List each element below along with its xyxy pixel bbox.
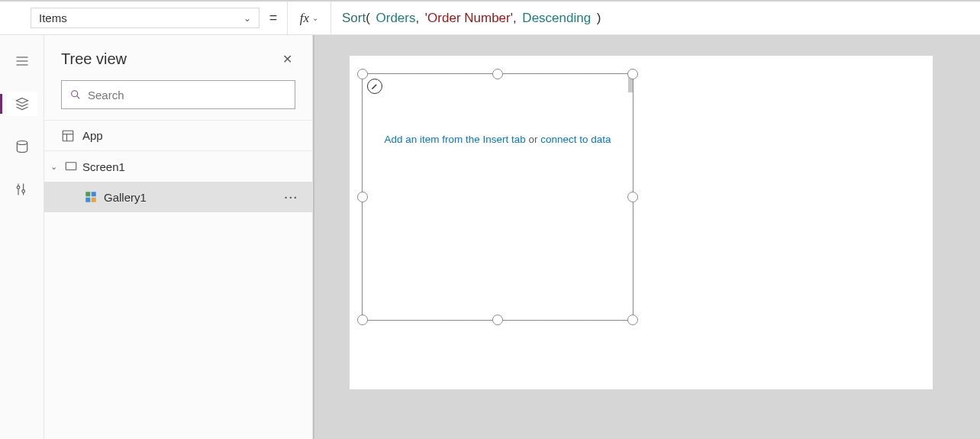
edit-icon[interactable] bbox=[367, 79, 382, 94]
data-icon[interactable] bbox=[7, 134, 37, 159]
canvas[interactable]: Add an item from the Insert tab or conne… bbox=[313, 35, 980, 439]
svg-line-10 bbox=[77, 96, 80, 99]
fx-icon: fx bbox=[300, 11, 309, 26]
resize-handle[interactable] bbox=[627, 315, 638, 325]
tree-item-label: Gallery1 bbox=[104, 191, 147, 204]
formula-input[interactable]: Sort(Orders,'Order Number',Descending) bbox=[331, 2, 980, 34]
tree-item-gallery1[interactable]: Gallery1 ··· bbox=[44, 182, 312, 212]
tree-view-icon[interactable] bbox=[7, 92, 37, 116]
advanced-tools-icon[interactable] bbox=[7, 177, 37, 202]
resize-handle[interactable] bbox=[627, 69, 638, 79]
search-field[interactable] bbox=[88, 89, 287, 102]
tree-view-panel: Tree view ✕ App ⌄ bbox=[44, 35, 313, 439]
search-input[interactable] bbox=[61, 80, 295, 109]
equals-label: = bbox=[260, 2, 287, 34]
chevron-down-icon: ⌄ bbox=[50, 162, 60, 172]
fx-button[interactable]: fx ⌄ bbox=[287, 2, 331, 34]
formula-bar: Items ⌄ = fx ⌄ Sort(Orders,'Order Number… bbox=[0, 0, 980, 35]
svg-rect-11 bbox=[63, 131, 73, 141]
chevron-down-icon: ⌄ bbox=[312, 14, 318, 22]
panel-title: Tree view bbox=[61, 50, 127, 68]
gallery-icon bbox=[84, 190, 98, 204]
svg-point-9 bbox=[72, 91, 78, 97]
screen-icon bbox=[64, 160, 78, 173]
tree-item-label: Screen1 bbox=[82, 160, 125, 173]
tree-item-app[interactable]: App bbox=[44, 121, 312, 151]
gallery-empty-hint: Add an item from the Insert tab or conne… bbox=[363, 134, 633, 145]
svg-rect-17 bbox=[85, 198, 90, 202]
tree: App ⌄ Screen1 Gallery1 ··· bbox=[44, 120, 312, 212]
close-icon[interactable]: ✕ bbox=[279, 49, 295, 69]
gallery-selection[interactable]: Add an item from the Insert tab or conne… bbox=[362, 73, 633, 321]
svg-rect-18 bbox=[92, 198, 96, 202]
resize-handle[interactable] bbox=[357, 69, 368, 79]
svg-rect-16 bbox=[92, 192, 96, 196]
svg-rect-14 bbox=[66, 163, 76, 170]
resize-handle[interactable] bbox=[627, 192, 638, 202]
hamburger-icon[interactable] bbox=[7, 49, 37, 73]
resize-handle[interactable] bbox=[357, 192, 368, 202]
tree-item-screen1[interactable]: ⌄ Screen1 bbox=[44, 151, 312, 182]
resize-handle[interactable] bbox=[492, 69, 503, 79]
svg-point-8 bbox=[21, 190, 24, 193]
property-select[interactable]: Items ⌄ bbox=[31, 8, 260, 28]
svg-point-6 bbox=[17, 186, 20, 189]
resize-handle[interactable] bbox=[492, 315, 503, 325]
svg-marker-3 bbox=[16, 98, 27, 104]
chevron-down-icon: ⌄ bbox=[243, 13, 251, 24]
formula-token-fn: Sort bbox=[342, 11, 366, 26]
search-icon bbox=[69, 89, 82, 101]
artboard[interactable]: Add an item from the Insert tab or conne… bbox=[350, 56, 933, 389]
svg-point-4 bbox=[17, 141, 27, 145]
tree-item-label: App bbox=[82, 129, 103, 142]
property-select-value: Items bbox=[39, 11, 67, 24]
app-icon bbox=[61, 129, 75, 143]
connect-data-link[interactable]: connect to data bbox=[540, 134, 611, 145]
resize-handle[interactable] bbox=[357, 315, 368, 325]
svg-rect-15 bbox=[85, 192, 90, 196]
more-icon[interactable]: ··· bbox=[284, 191, 312, 204]
left-rail bbox=[0, 35, 44, 439]
insert-tab-link[interactable]: Add an item from the Insert tab bbox=[384, 134, 525, 145]
